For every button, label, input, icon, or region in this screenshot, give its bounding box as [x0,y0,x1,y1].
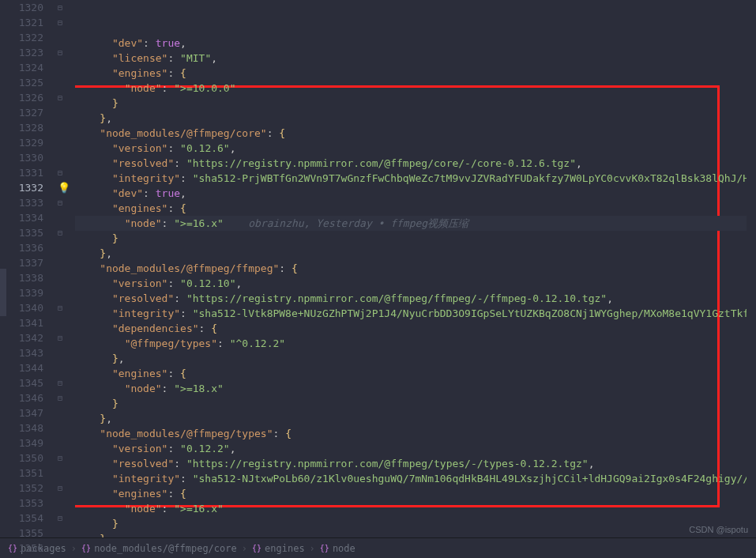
fold-marker-icon[interactable]: ⊟ [58,511,62,526]
line-number[interactable]: 1331 [0,165,43,180]
line-number[interactable]: 1330 [0,150,43,165]
line-number[interactable]: 1351 [0,466,43,481]
line-number[interactable]: 1329 [0,135,43,150]
fold-marker-icon[interactable]: ⊟ [58,375,62,390]
code-line[interactable]: "engines": { [75,486,756,501]
scrollbar[interactable] [747,0,756,537]
line-number[interactable]: 1337 [0,255,43,270]
line-number[interactable]: 1332 [0,180,43,195]
line-number[interactable]: 1325 [0,75,43,90]
fold-marker-icon[interactable]: ⊟ [58,300,62,315]
code-line[interactable]: } [75,516,756,531]
fold-marker-icon[interactable]: ⊟ [58,330,62,345]
fold-marker-icon[interactable]: ⊟ [58,390,62,405]
line-number[interactable]: 1349 [0,435,43,451]
line-number[interactable]: 1327 [0,105,43,120]
line-number[interactable]: 1335 [0,225,43,240]
token-punc: : [199,322,212,334]
code-line[interactable]: } [75,231,756,246]
code-line[interactable]: "dev": true, [75,186,756,201]
token-brace: } [100,413,106,424]
line-number[interactable]: 1356 [0,541,43,556]
fold-marker-icon[interactable]: ⊟ [58,225,62,240]
fold-marker-icon[interactable]: ⊟ [58,15,62,30]
code-line[interactable]: "engines": { [75,366,756,381]
fold-marker-icon[interactable]: ⊟ [58,0,62,15]
code-line[interactable]: "dev": true, [75,36,756,51]
line-number[interactable]: 1355 [0,526,43,541]
chevron-right-icon: › [310,543,315,554]
line-number[interactable]: 1326 [0,90,43,105]
line-number[interactable]: 1320 [0,0,43,15]
code-line[interactable]: "@ffmpeg/types": "^0.12.2" [75,336,756,351]
line-number[interactable]: 1354 [0,511,43,526]
code-line[interactable]: "integrity": "sha512-PrjWBTfGn2WVn9T7wGn… [75,171,756,186]
breadcrumb-item[interactable]: {}engines [252,543,305,554]
code-line[interactable]: }, [75,411,756,426]
line-number[interactable]: 1347 [0,405,43,420]
code-line[interactable]: }, [75,246,756,261]
line-number[interactable]: 1342 [0,330,43,345]
line-number[interactable]: 1341 [0,315,43,330]
code-line[interactable]: } [75,96,756,111]
fold-marker-icon[interactable]: ⊟ [58,481,62,496]
code-area[interactable]: "dev": true, "license": "MIT", "engines"… [75,0,756,537]
line-number[interactable]: 1348 [0,420,43,435]
fold-marker-icon[interactable]: ⊟ [58,195,62,210]
line-number[interactable]: 1333 [0,195,43,210]
line-number[interactable]: 1346 [0,390,43,405]
code-line[interactable]: "engines": { [75,66,756,81]
fold-marker-icon[interactable]: ⊟ [58,45,62,60]
line-number[interactable]: 1350 [0,451,43,466]
breadcrumb-item[interactable]: {}node [320,543,355,554]
line-number[interactable]: 1345 [0,375,43,390]
line-number[interactable]: 1352 [0,481,43,496]
line-number[interactable]: 1334 [0,210,43,225]
line-number[interactable]: 1344 [0,360,43,375]
line-number[interactable]: 1339 [0,285,43,300]
code-line[interactable]: "version": "0.12.6", [75,141,756,156]
code-editor[interactable]: 1320132113221323132413251326132713281329… [0,0,756,537]
code-line[interactable]: "integrity": "sha512-lVtk8PW8e+NUzGZhPTW… [75,306,756,321]
code-line[interactable]: "resolved": "https://registry.npmmirror.… [75,156,756,171]
code-line[interactable]: }, [75,531,756,537]
code-line[interactable]: "engines": { [75,201,756,216]
code-line[interactable]: "node": ">=16.x" [75,501,756,516]
code-line[interactable]: "node": ">=18.x" [75,381,756,396]
token-punc: , [118,353,125,364]
breadcrumb-item[interactable]: {}node_modules/@ffmpeg/core [81,543,237,554]
code-line[interactable]: "node_modules/@ffmpeg/core": { [75,126,756,141]
lightbulb-icon[interactable]: 💡 [58,180,70,195]
code-line[interactable]: } [75,396,756,411]
fold-marker-icon[interactable]: ⊟ [58,451,62,466]
code-line[interactable]: "version": "0.12.2", [75,441,756,456]
fold-column[interactable]: ⊟⊟⊟⊟⊟⊟⊟⊟⊟⊟⊟⊟⊟⊟💡 [51,0,75,537]
line-number[interactable]: 1336 [0,240,43,255]
code-line[interactable]: "node_modules/@ffmpeg/ffmpeg": { [75,261,756,276]
line-number[interactable]: 1338 [0,270,43,285]
token-punc: , [576,157,582,169]
code-line[interactable]: "license": "MIT", [75,51,756,66]
line-number[interactable]: 1323 [0,45,43,60]
line-number[interactable]: 1321 [0,15,43,30]
line-number[interactable]: 1340 [0,300,43,315]
line-number[interactable]: 1343 [0,345,43,360]
line-number-gutter[interactable]: 1320132113221323132413251326132713281329… [0,0,51,537]
code-line[interactable]: "dependencies": { [75,321,756,336]
fold-marker-icon[interactable]: ⊟ [58,165,62,180]
code-line[interactable]: "integrity": "sha512-NJtxwPoLb60/z1Klv0u… [75,471,756,486]
code-line[interactable]: "resolved": "https://registry.npmmirror.… [75,291,756,306]
code-line[interactable]: "version": "0.12.10", [75,276,756,291]
line-number[interactable]: 1322 [0,30,43,45]
fold-marker-icon[interactable]: ⊟ [58,90,62,105]
code-line[interactable]: }, [75,111,756,126]
code-line[interactable]: }, [75,351,756,366]
line-number[interactable]: 1353 [0,496,43,511]
breadcrumbs[interactable]: {}packages›{}node_modules/@ffmpeg/core›{… [0,537,756,558]
line-number[interactable]: 1324 [0,60,43,75]
code-line[interactable]: "node_modules/@ffmpeg/types": { [75,426,756,441]
line-number[interactable]: 1328 [0,120,43,135]
code-line[interactable]: "node": ">=16.x" obrainzhu, Yesterday • … [75,216,756,231]
code-line[interactable]: "node": ">=10.0.0" [75,81,756,96]
code-line[interactable]: "resolved": "https://registry.npmmirror.… [75,456,756,471]
